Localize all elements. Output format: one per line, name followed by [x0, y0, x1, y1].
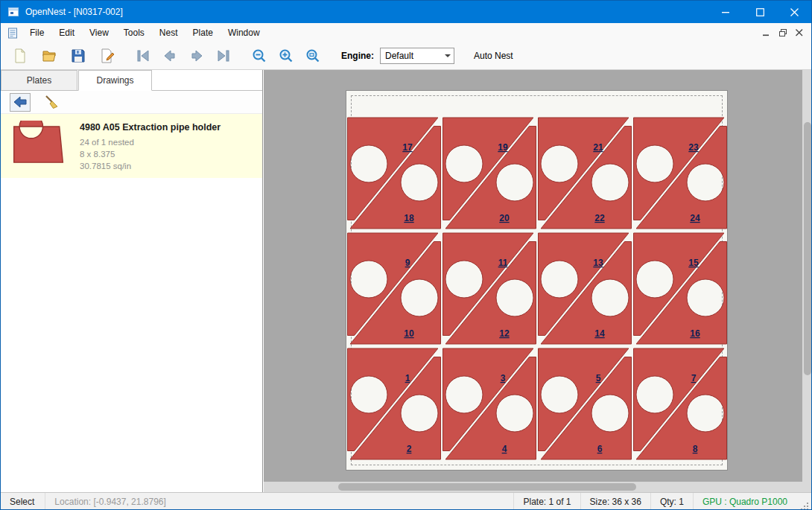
part-number: 5 [596, 373, 601, 383]
menu-tools[interactable]: Tools [116, 24, 152, 42]
status-size: Size: 36 x 36 [580, 493, 650, 510]
part-number: 4 [502, 444, 507, 454]
nested-part-pair[interactable]: 2122 [537, 116, 632, 230]
previous-plate-button[interactable] [159, 45, 180, 66]
status-location: Location: [-0.9437, 21.8796] [45, 493, 174, 510]
minimize-button[interactable] [708, 1, 743, 23]
document-icon [7, 28, 18, 39]
blue-left-arrow-icon [12, 94, 28, 110]
menu-bar: File Edit View Tools Nest Plate Window [1, 23, 811, 42]
part-number: 18 [404, 213, 414, 223]
plate-parts: 171819202122232491011121314151612345678 [346, 91, 727, 470]
drawing-list-item[interactable]: 4980 A05 Extraction pipe holder 24 of 1 … [1, 114, 262, 178]
clean-button[interactable] [41, 93, 62, 112]
nested-part-pair[interactable]: 78 [632, 347, 728, 461]
menu-plate[interactable]: Plate [185, 24, 221, 42]
menu-file[interactable]: File [22, 24, 51, 42]
part-number: 23 [688, 142, 699, 153]
part-number: 21 [593, 142, 603, 153]
tab-plates[interactable]: Plates [1, 70, 77, 90]
zoom-in-button[interactable] [276, 45, 296, 66]
vertical-scrollbar-thumb[interactable] [804, 122, 811, 375]
zoom-out-button[interactable] [249, 45, 270, 66]
part-number: 11 [498, 258, 508, 268]
part-number: 10 [404, 328, 414, 339]
save-button[interactable] [68, 45, 89, 66]
menu-view[interactable]: View [82, 24, 116, 42]
new-button[interactable] [10, 45, 31, 66]
status-plate: Plate: 1 of 1 [513, 493, 580, 510]
engine-select[interactable]: Default [380, 48, 454, 64]
part-number: 15 [688, 258, 699, 268]
nested-part-pair[interactable]: 56 [537, 347, 632, 461]
part-number: 13 [593, 258, 603, 268]
menu-edit[interactable]: Edit [51, 24, 82, 42]
part-number: 1 [405, 373, 410, 383]
first-plate-button[interactable] [133, 45, 153, 66]
part-thumbnail [10, 119, 68, 171]
auto-nest-button[interactable]: Auto Nest [474, 51, 513, 61]
last-plate-button[interactable] [213, 45, 234, 66]
return-part-button[interactable] [10, 93, 31, 112]
next-plate-button[interactable] [186, 45, 207, 66]
open-folder-icon [41, 48, 57, 64]
chevron-down-icon[interactable] [442, 48, 454, 63]
plate[interactable]: 171819202122232491011121314151612345678 [346, 90, 728, 471]
nested-part-pair[interactable]: 1516 [632, 232, 728, 345]
window-title: OpenNest - [N0317-002] [25, 7, 708, 17]
part-number: 8 [693, 444, 698, 454]
nested-part-pair[interactable]: 910 [346, 232, 442, 345]
app-icon [7, 6, 19, 18]
nest-canvas[interactable]: 171819202122232491011121314151612345678 [264, 70, 812, 492]
save-icon [70, 48, 86, 64]
open-button[interactable] [39, 45, 60, 66]
zoom-out-icon [251, 48, 267, 64]
nested-part-pair[interactable]: 1718 [346, 116, 442, 230]
menu-window[interactable]: Window [221, 24, 267, 42]
close-button[interactable] [777, 1, 811, 23]
status-mode: Select [1, 493, 45, 510]
nested-part-pair[interactable]: 12 [346, 347, 442, 461]
part-number: 7 [691, 373, 697, 383]
status-qty: Qty: 1 [650, 493, 693, 510]
previous-plate-icon [162, 48, 178, 64]
menu-nest[interactable]: Nest [152, 24, 185, 42]
status-bar: Select Location: [-0.9437, 21.8796] Plat… [1, 492, 811, 510]
vertical-scrollbar[interactable] [802, 70, 812, 482]
part-number: 6 [597, 444, 603, 454]
horizontal-scrollbar-thumb[interactable] [338, 483, 636, 491]
zoom-fit-button[interactable] [302, 45, 323, 66]
part-number: 20 [499, 213, 510, 223]
part-number: 3 [501, 373, 506, 383]
mdi-restore-button[interactable] [775, 25, 791, 40]
drawing-nested-count: 24 of 1 nested [80, 136, 221, 148]
nested-part-pair[interactable]: 1920 [442, 116, 537, 230]
new-document-icon [12, 48, 28, 64]
nested-part-pair[interactable]: 34 [442, 347, 537, 461]
resize-grip-icon[interactable] [799, 501, 809, 510]
part-number: 16 [690, 328, 700, 339]
maximize-button[interactable] [743, 1, 777, 23]
nested-part-pair[interactable]: 1314 [537, 232, 632, 345]
part-number: 17 [402, 142, 413, 153]
save-as-icon [99, 48, 115, 64]
title-bar[interactable]: OpenNest - [N0317-002] [1, 1, 811, 23]
nested-part-pair[interactable]: 2324 [632, 116, 728, 230]
drawings-toolbar [1, 91, 262, 114]
part-number: 14 [594, 328, 605, 339]
first-plate-icon [135, 48, 151, 64]
nested-part-pair[interactable]: 1112 [442, 232, 537, 345]
zoom-fit-icon [305, 48, 321, 64]
engine-label: Engine: [341, 51, 374, 61]
drawing-size: 8 x 8.375 [80, 148, 221, 160]
part-number: 12 [499, 328, 510, 339]
save-as-button[interactable] [97, 45, 118, 66]
horizontal-scrollbar[interactable] [264, 482, 802, 492]
mdi-close-button[interactable] [791, 25, 808, 40]
sidebar: Plates Drawings 4980 A05 Extraction pipe… [1, 70, 263, 492]
mdi-minimize-button[interactable] [758, 25, 775, 40]
part-number: 24 [690, 213, 700, 223]
tab-drawings[interactable]: Drawings [78, 70, 152, 91]
engine-value: Default [385, 51, 413, 61]
sidebar-tabs: Plates Drawings [1, 70, 262, 91]
